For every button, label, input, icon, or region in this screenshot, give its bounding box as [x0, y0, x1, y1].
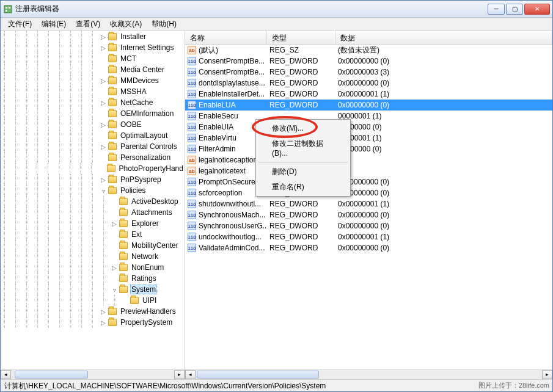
scroll-thumb[interactable] [197, 371, 319, 379]
ctx-modify-binary[interactable]: 修改二进制数据(B)... [257, 136, 349, 160]
tree-label: ActiveDesktop [130, 197, 180, 206]
tree-body[interactable]: ▷Installer▷Internet SettingsMCTMedia Cen… [1, 31, 185, 369]
tree-toggle-icon[interactable]: ▷ [100, 319, 107, 326]
registry-value-row[interactable]: 110EnableSecu00000001 (1) [185, 111, 552, 122]
tree-toggle-icon[interactable]: ▷ [111, 264, 118, 271]
ctx-modify[interactable]: 修改(M)... [257, 121, 349, 136]
tree-item[interactable]: ▷Internet Settings [1, 42, 185, 53]
menu-favorites[interactable]: 收藏夹(A) [106, 18, 145, 31]
scroll-right-icon[interactable]: ▸ [174, 370, 185, 379]
registry-value-row[interactable]: 110dontdisplaylastuse...REG_DWORD0x00000… [185, 78, 552, 89]
menu-file[interactable]: 文件(F) [4, 18, 35, 31]
registry-value-row[interactable]: 110ConsentPromptBe...REG_DWORD0x00000003… [185, 67, 552, 78]
registry-value-row[interactable]: 110EnableInstallerDet...REG_DWORD0x00000… [185, 89, 552, 100]
registry-value-row[interactable]: 110shutdownwithoutl...REG_DWORD0x0000000… [185, 198, 552, 209]
col-header-type[interactable]: 类型 [267, 31, 335, 44]
list-body[interactable]: ab(默认)REG_SZ(数值未设置)110ConsentPromptBe...… [185, 45, 552, 369]
tree-item[interactable]: ▷Explorer [1, 218, 185, 229]
value-data: 0x00000001 (1) [335, 200, 552, 208]
tree-item[interactable]: UIPI [1, 295, 185, 306]
close-button[interactable]: ✕ [524, 4, 550, 15]
tree-item[interactable]: ▷Parental Controls [1, 141, 185, 152]
registry-value-row[interactable]: 110FilterAdmin00000000 (0) [185, 143, 552, 154]
tree-item[interactable]: Attachments [1, 207, 185, 218]
tree-toggle-icon[interactable]: ▷ [100, 122, 107, 128]
tree-item[interactable]: OptimalLayout [1, 130, 185, 141]
tree-item[interactable]: ▷PropertySystem [1, 317, 185, 328]
registry-value-row[interactable]: 110SynchronousUserG...REG_DWORD0x0000000… [185, 220, 552, 231]
scroll-track[interactable] [196, 370, 542, 379]
col-header-name[interactable]: 名称 [185, 31, 267, 44]
registry-value-row[interactable]: 110undockwithoutlog...REG_DWORD0x0000000… [185, 231, 552, 242]
registry-value-row[interactable]: 110SynchronousMach...REG_DWORD0x00000000… [185, 209, 552, 220]
maximize-button[interactable]: ▢ [506, 4, 523, 15]
tree-item[interactable]: ▿System [1, 284, 185, 295]
scroll-left-icon[interactable]: ◂ [185, 370, 196, 379]
menu-view[interactable]: 查看(V) [72, 18, 104, 31]
tree-item[interactable]: OEMInformation [1, 108, 185, 119]
registry-value-row[interactable]: 110ValidateAdminCod...REG_DWORD0x0000000… [185, 242, 552, 253]
reg-dw-icon: 110 [188, 57, 196, 65]
tree-item[interactable]: ▷MMDevices [1, 75, 185, 86]
tree-toggle-icon[interactable]: ▷ [100, 45, 107, 51]
scroll-right-icon[interactable]: ▸ [542, 370, 552, 379]
registry-value-row[interactable]: ablegalnoticecaptionREG_SZ [185, 154, 552, 165]
tree-toggle-icon[interactable]: ▷ [100, 176, 107, 183]
tree-hscroll[interactable]: ◂ ▸ [1, 369, 185, 379]
tree-item[interactable]: ▷Installer [1, 31, 185, 42]
tree-label: OOBE [119, 120, 143, 129]
tree-toggle-icon[interactable]: ▷ [100, 34, 107, 40]
value-name: FilterAdmin [199, 145, 236, 153]
tree-item[interactable]: ▷NonEnum [1, 262, 185, 273]
tree-item[interactable]: ActiveDesktop [1, 196, 185, 207]
tree-item[interactable]: MSSHA [1, 86, 185, 97]
titlebar[interactable]: 注册表编辑器 ─ ▢ ✕ [1, 1, 552, 18]
tree-item[interactable]: PhotoPropertyHand [1, 163, 185, 174]
menu-edit[interactable]: 编辑(E) [38, 18, 70, 31]
reg-dw-icon: 110 [188, 112, 196, 120]
tree-item[interactable]: Personalization [1, 152, 185, 163]
folder-icon [108, 187, 117, 194]
registry-value-row[interactable]: ab(默认)REG_SZ(数值未设置) [185, 45, 552, 56]
tree-item[interactable]: ▷PreviewHandlers [1, 306, 185, 317]
value-type: REG_DWORD [267, 222, 335, 230]
list-hscroll[interactable]: ◂ ▸ [185, 369, 552, 379]
ctx-rename[interactable]: 重命名(R) [257, 180, 349, 195]
folder-icon [108, 176, 117, 183]
scroll-thumb[interactable] [15, 371, 88, 379]
folder-icon [119, 198, 128, 205]
registry-value-row[interactable]: 110scforceoptionREG_DWORD0x00000000 (0) [185, 187, 552, 198]
tree-toggle-icon[interactable]: ▷ [100, 308, 107, 315]
tree-item[interactable]: Network [1, 251, 185, 262]
tree-toggle-icon[interactable]: ▷ [100, 100, 107, 106]
tree-toggle-icon[interactable]: ▷ [111, 220, 118, 227]
registry-value-row[interactable]: 110EnableUIA00000000 (0) [185, 122, 552, 132]
reg-dw-icon: 110 [188, 134, 196, 142]
registry-value-row[interactable]: 110PromptOnSecureD...REG_DWORD0x00000000… [185, 176, 552, 187]
tree-label: PropertySystem [119, 318, 174, 327]
tree-toggle-icon[interactable]: ▿ [111, 286, 118, 293]
menu-help[interactable]: 帮助(H) [148, 18, 180, 31]
registry-value-row[interactable]: 110ConsentPromptBe...REG_DWORD0x00000000… [185, 56, 552, 67]
tree-toggle-icon[interactable]: ▷ [100, 143, 107, 150]
tree-item[interactable]: ▷PnPSysprep [1, 174, 185, 185]
tree-toggle-icon[interactable]: ▿ [100, 187, 107, 194]
tree-toggle-icon[interactable]: ▷ [100, 78, 107, 84]
tree-item[interactable]: ▷NetCache [1, 97, 185, 108]
scroll-track[interactable] [11, 370, 174, 379]
registry-value-row[interactable]: 110EnableVirtu00000001 (1) [185, 132, 552, 143]
scroll-left-icon[interactable]: ◂ [1, 370, 11, 379]
tree-item[interactable]: Media Center [1, 64, 185, 75]
tree-item[interactable]: MCT [1, 53, 185, 64]
ctx-delete[interactable]: 删除(D) [257, 164, 349, 180]
tree-item[interactable]: Ratings [1, 273, 185, 284]
tree-item[interactable]: ▿Policies [1, 185, 185, 196]
tree-item[interactable]: MobilityCenter [1, 240, 185, 251]
minimize-button[interactable]: ─ [488, 4, 505, 15]
registry-value-row[interactable]: 110EnableLUAREG_DWORD0x00000000 (0) [185, 100, 552, 111]
tree-item[interactable]: ▷OOBE [1, 119, 185, 130]
value-type: REG_SZ [267, 46, 335, 54]
registry-value-row[interactable]: ablegalnoticetextREG_SZ [185, 165, 552, 176]
col-header-data[interactable]: 数据 [335, 31, 552, 44]
tree-item[interactable]: Ext [1, 229, 185, 240]
